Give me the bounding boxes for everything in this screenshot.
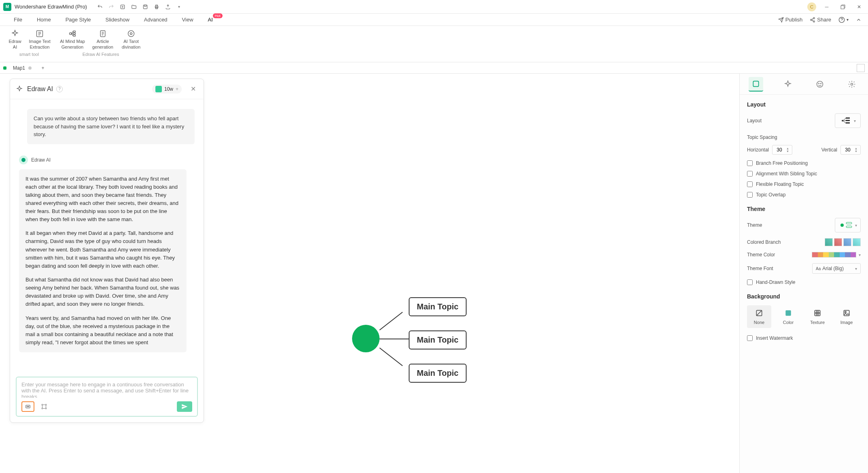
- open-icon[interactable]: [131, 4, 137, 10]
- ai-name-row: Edraw AI: [19, 156, 198, 164]
- color-swatch[interactable]: [853, 238, 861, 246]
- new-icon[interactable]: [119, 4, 126, 10]
- menu-view[interactable]: View: [175, 14, 201, 25]
- svg-point-24: [45, 404, 47, 405]
- ribbon-group-ai-features: AI Mind MapGeneration Articlegeneration …: [55, 28, 146, 57]
- settings-button[interactable]: [38, 401, 51, 412]
- color-icon: [784, 309, 793, 317]
- font-select[interactable]: AaArial (Big)▾: [812, 263, 861, 274]
- layout-tab[interactable]: [749, 77, 763, 92]
- ribbon-label: divination: [122, 45, 140, 49]
- texture-icon: [813, 309, 822, 317]
- save-icon[interactable]: [142, 4, 149, 10]
- hand-drawn-checkbox[interactable]: [747, 279, 753, 285]
- ai-mind-map-button[interactable]: AI Mind MapGeneration: [57, 28, 88, 51]
- add-tab-button[interactable]: +: [39, 64, 47, 72]
- undo-icon[interactable]: [97, 4, 103, 10]
- svg-point-25: [42, 408, 43, 409]
- vertical-input[interactable]: [841, 147, 855, 153]
- icon-tab[interactable]: [813, 77, 827, 92]
- mind-topic[interactable]: Main Topic: [409, 297, 467, 316]
- right-panel: Layout Layout ▾ Topic Spacing Horizontal…: [739, 74, 868, 473]
- menu-slideshow[interactable]: Slideshow: [98, 14, 137, 25]
- menu-file[interactable]: File: [6, 14, 30, 25]
- vertical-label: Vertical: [821, 147, 837, 153]
- menu-ai[interactable]: AIHot: [201, 14, 220, 25]
- svg-rect-37: [846, 222, 852, 224]
- horizontal-spinner[interactable]: ▲▼: [772, 145, 792, 155]
- background-section-title: Background: [747, 293, 861, 300]
- image-icon: [842, 309, 851, 317]
- user-message: Can you write about a story between two …: [27, 109, 195, 144]
- watermark-checkbox[interactable]: [747, 335, 753, 341]
- theme-color-select[interactable]: [812, 252, 856, 258]
- svg-rect-35: [846, 122, 850, 124]
- alignment-checkbox[interactable]: [747, 171, 753, 177]
- bg-none-button[interactable]: None: [747, 305, 771, 328]
- close-button[interactable]: ✕: [853, 1, 865, 13]
- menu-advanced[interactable]: Advanced: [137, 14, 175, 25]
- color-swatch[interactable]: [843, 238, 851, 246]
- flexible-floating-checkbox[interactable]: [747, 181, 753, 187]
- image-text-extraction-button[interactable]: Image TextExtraction: [26, 28, 53, 51]
- share-button[interactable]: Share: [810, 17, 831, 23]
- story-paragraph: It was the summer of 2007 when Samantha …: [25, 175, 180, 224]
- theme-color-label: Theme Color: [747, 252, 812, 258]
- continuous-dialogue-button[interactable]: [21, 401, 34, 412]
- article-generation-button[interactable]: Articlegeneration: [89, 28, 117, 51]
- ai-sparkle-icon: [16, 85, 23, 93]
- document-tab[interactable]: Map1: [9, 65, 36, 71]
- view-toggle-button[interactable]: [857, 64, 865, 72]
- layout-select[interactable]: ▾: [835, 113, 861, 128]
- credits-badge[interactable]: 10w+: [152, 85, 182, 94]
- ribbon-group-label: smart tool: [19, 52, 39, 57]
- theme-select[interactable]: ▾: [835, 218, 861, 232]
- ai-panel-header: Edraw AI ? 10w+ ✕: [10, 79, 204, 99]
- maximize-button[interactable]: [837, 1, 849, 13]
- topic-overlap-checkbox[interactable]: [747, 192, 753, 198]
- ai-panel: Edraw AI ? 10w+ ✕ Can you write about a …: [10, 79, 204, 423]
- bg-image-button[interactable]: Image: [834, 305, 859, 328]
- qat-dropdown-icon[interactable]: ▾: [176, 4, 183, 10]
- print-icon[interactable]: [153, 4, 160, 10]
- color-swatch[interactable]: [834, 238, 842, 246]
- mind-topic[interactable]: Main Topic: [409, 364, 467, 383]
- branch-free-checkbox[interactable]: [747, 160, 753, 166]
- svg-rect-34: [846, 120, 850, 121]
- svg-point-29: [819, 83, 819, 84]
- svg-point-36: [840, 224, 844, 227]
- mind-root-node[interactable]: [352, 325, 380, 352]
- bg-texture-button[interactable]: Texture: [805, 305, 830, 328]
- horizontal-input[interactable]: [772, 147, 786, 153]
- send-button[interactable]: [177, 401, 192, 412]
- mind-topic[interactable]: Main Topic: [409, 330, 467, 349]
- settings-tab[interactable]: [845, 77, 859, 92]
- svg-point-19: [21, 158, 25, 162]
- bg-color-button[interactable]: Color: [776, 305, 800, 328]
- minimize-button[interactable]: ─: [821, 1, 832, 13]
- menu-home[interactable]: Home: [30, 14, 58, 25]
- font-value: Arial (Big): [822, 266, 844, 271]
- right-panel-body[interactable]: Layout Layout ▾ Topic Spacing Horizontal…: [740, 95, 868, 473]
- publish-button[interactable]: Publish: [778, 17, 803, 23]
- tab-indicator-icon: [3, 66, 6, 70]
- color-swatch[interactable]: [825, 238, 833, 246]
- collapse-ribbon-button[interactable]: [856, 17, 862, 23]
- help-icon[interactable]: ?: [56, 86, 63, 92]
- close-panel-button[interactable]: ✕: [188, 84, 198, 94]
- ai-message: It was the summer of 2007 when Samantha …: [19, 169, 187, 353]
- user-avatar[interactable]: C: [807, 2, 816, 11]
- menu-page-style[interactable]: Page Style: [58, 14, 98, 25]
- svg-rect-1: [143, 5, 147, 9]
- redo-icon[interactable]: [108, 4, 115, 10]
- style-tab[interactable]: [781, 77, 795, 92]
- ai-tarot-button[interactable]: AI Tarotdivination: [117, 28, 145, 51]
- help-button[interactable]: ▾: [838, 17, 849, 23]
- vertical-spinner[interactable]: ▲▼: [840, 145, 861, 155]
- ribbon: EdrawAI Image TextExtraction smart tool …: [0, 26, 868, 62]
- export-icon[interactable]: [165, 4, 171, 10]
- ai-panel-body[interactable]: Can you write about a story between two …: [10, 99, 204, 373]
- ai-input-box: [16, 377, 198, 417]
- edraw-ai-button[interactable]: EdrawAI: [5, 28, 25, 51]
- ai-message-input[interactable]: [21, 381, 192, 398]
